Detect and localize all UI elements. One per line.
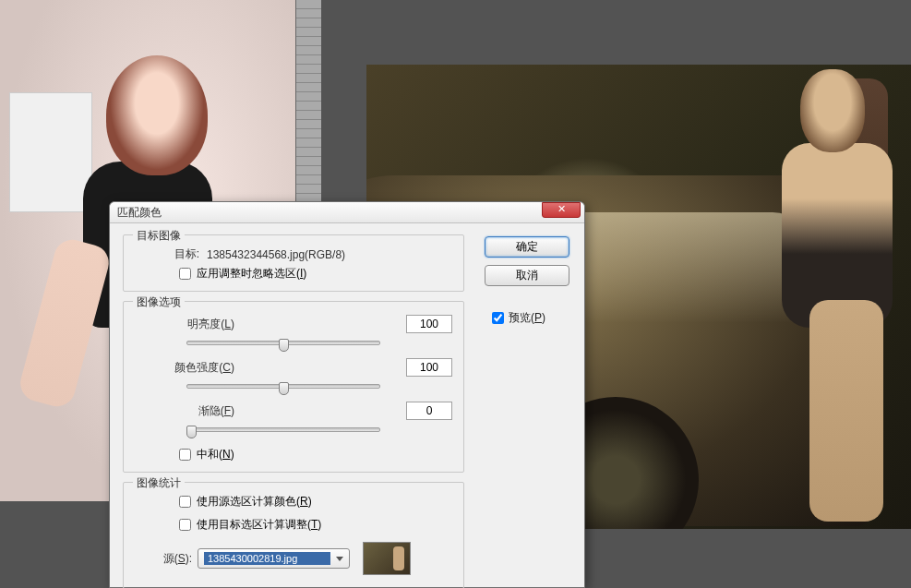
intensity-thumb[interactable] — [279, 382, 289, 395]
ok-button[interactable]: 确定 — [485, 236, 569, 258]
preview-label: 预览(P) — [509, 310, 545, 326]
intensity-input[interactable] — [406, 358, 452, 377]
match-color-dialog: 匹配颜色 ✕ 确定 取消 预览(P) 目标图像 目标: 138543234456… — [109, 201, 585, 588]
image-options-group: 图像选项 明亮度(L) 颜色强度(C) — [123, 301, 464, 473]
use-target-selection-label: 使用目标选区计算调整(T) — [197, 517, 321, 533]
use-source-selection-label: 使用源选区计算颜色(R) — [197, 494, 312, 510]
ignore-selection-checkbox[interactable] — [179, 268, 191, 280]
intensity-slider[interactable] — [186, 379, 380, 396]
luminance-slider[interactable] — [186, 336, 380, 353]
chevron-down-icon — [336, 557, 343, 561]
source-dropdown-text: 1385430002819.jpg — [204, 552, 330, 565]
neutralize-label: 中和(N) — [197, 447, 234, 462]
dialog-title: 匹配颜色 — [117, 205, 162, 221]
fade-label: 渐隐(F) — [135, 403, 234, 419]
preview-checkbox[interactable] — [492, 312, 504, 324]
target-label: 目标: — [135, 246, 199, 262]
fade-input[interactable] — [406, 402, 452, 420]
image-options-legend: 图像选项 — [133, 294, 185, 310]
source-dropdown[interactable]: 1385430002819.jpg — [198, 548, 350, 569]
fade-slider[interactable] — [186, 423, 380, 439]
vertical-ruler — [295, 0, 321, 203]
source-label: 源(S): — [153, 551, 192, 567]
target-image-group: 目标图像 目标: 1385432344568.jpg(RGB/8) 应用调整时忽… — [123, 234, 464, 292]
target-value: 1385432344568.jpg(RGB/8) — [207, 248, 452, 261]
image-stats-group: 图像统计 使用源选区计算颜色(R) 使用目标选区计算调整(T) 源(S): 13… — [123, 482, 464, 588]
source-thumbnail — [363, 542, 411, 575]
close-icon: ✕ — [557, 203, 566, 214]
target-image-legend: 目标图像 — [133, 228, 185, 244]
cancel-button[interactable]: 取消 — [485, 265, 569, 286]
neutralize-checkbox[interactable] — [179, 449, 191, 461]
luminance-label: 明亮度(L) — [135, 317, 234, 332]
image-stats-legend: 图像统计 — [133, 475, 185, 491]
close-button[interactable]: ✕ — [542, 202, 581, 218]
fade-thumb[interactable] — [186, 426, 197, 438]
luminance-thumb[interactable] — [279, 339, 289, 352]
intensity-label: 颜色强度(C) — [135, 360, 234, 376]
ignore-selection-label: 应用调整时忽略选区(I) — [197, 266, 306, 282]
use-source-selection-checkbox[interactable] — [179, 496, 191, 508]
use-target-selection-checkbox[interactable] — [179, 519, 191, 531]
dialog-titlebar[interactable]: 匹配颜色 ✕ — [110, 202, 584, 223]
luminance-input[interactable] — [406, 315, 452, 333]
